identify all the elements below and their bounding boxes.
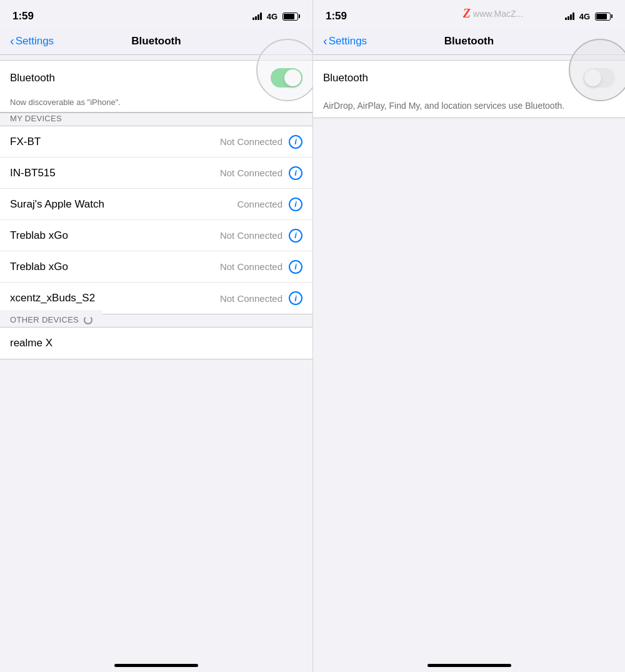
bluetooth-row-left: Bluetooth xyxy=(0,61,312,95)
device-row[interactable]: Treblab xGo Not Connected i xyxy=(0,251,312,283)
home-indicator-right xyxy=(428,664,511,667)
device-right: Connected i xyxy=(237,198,302,211)
bluetooth-toggle-right[interactable] xyxy=(583,68,615,88)
battery-left xyxy=(282,13,300,21)
status-icons-left: 4G xyxy=(252,12,300,21)
battery-body-left xyxy=(282,13,298,21)
nav-title-left: Bluetooth xyxy=(131,35,181,48)
bottom-spacer-right xyxy=(313,118,625,672)
other-devices-list: realme X xyxy=(0,327,312,359)
device-right: Not Connected i xyxy=(220,260,302,274)
info-icon[interactable]: i xyxy=(289,229,302,243)
nav-bar-left: ‹ Settings Bluetooth xyxy=(0,28,312,55)
device-row[interactable]: xcentz_xBuds_S2 Not Connected i xyxy=(0,283,312,314)
network-label-right: 4G xyxy=(579,12,590,21)
device-status: Not Connected xyxy=(220,293,282,304)
info-icon[interactable]: i xyxy=(289,198,302,211)
signal-bar-r1 xyxy=(565,18,567,20)
bluetooth-description: AirDrop, AirPlay, Find My, and location … xyxy=(313,95,625,118)
device-row[interactable]: IN-BT515 Not Connected i xyxy=(0,158,312,189)
toggle-knob-right xyxy=(584,69,601,86)
battery-body-right xyxy=(595,13,611,21)
device-status: Connected xyxy=(237,199,282,209)
bottom-spacer-left xyxy=(0,359,312,672)
back-button-left[interactable]: ‹ Settings xyxy=(10,34,54,48)
device-right: Not Connected i xyxy=(220,229,302,243)
device-status: Not Connected xyxy=(220,168,282,178)
status-bar-left: 1:59 4G xyxy=(0,0,312,28)
device-row[interactable]: FX-BT Not Connected i xyxy=(0,126,312,158)
device-name: Suraj's Apple Watch xyxy=(10,198,104,211)
battery-tip-right xyxy=(611,14,612,18)
device-row-other[interactable]: realme X xyxy=(0,328,312,359)
bluetooth-row-right: Bluetooth xyxy=(313,61,625,95)
device-name: Treblab xGo xyxy=(10,261,68,273)
status-bar-right: 1:59 Z www.MacZ... 4G xyxy=(313,0,625,28)
nav-title-right: Bluetooth xyxy=(444,35,494,48)
status-icons-right: 4G xyxy=(565,12,612,21)
bluetooth-label-right: Bluetooth xyxy=(323,72,368,84)
signal-bar-4 xyxy=(260,13,262,20)
info-icon[interactable]: i xyxy=(289,166,302,180)
back-label-left: Settings xyxy=(16,35,54,48)
bluetooth-toggle-left[interactable] xyxy=(271,68,302,88)
other-devices-label: OTHER DEVICES xyxy=(10,315,79,324)
device-status: Not Connected xyxy=(220,230,282,241)
right-panel: 1:59 Z www.MacZ... 4G ‹ Sett xyxy=(312,0,625,672)
home-indicator-left xyxy=(114,664,198,667)
bluetooth-section-right: Bluetooth AirDrop, AirPlay, Find My, and… xyxy=(313,60,625,118)
left-panel: 1:59 4G ‹ Settings Bluetooth xyxy=(0,0,312,672)
signal-bar-3 xyxy=(258,14,259,20)
device-status: Not Connected xyxy=(220,136,282,147)
back-button-right[interactable]: ‹ Settings xyxy=(323,34,367,48)
nav-bar-right: ‹ Settings Bluetooth xyxy=(313,28,625,55)
my-devices-list: FX-BT Not Connected i IN-BT515 Not Conne… xyxy=(0,126,312,314)
device-name: xcentz_xBuds_S2 xyxy=(10,292,95,304)
chevron-left-icon-right: ‹ xyxy=(323,34,328,48)
device-right: Not Connected i xyxy=(220,166,302,180)
time-right: 1:59 xyxy=(326,10,347,23)
watermark-text: www.MacZ... xyxy=(473,9,523,19)
time-left: 1:59 xyxy=(12,10,34,23)
device-row[interactable]: Treblab xGo Not Connected i xyxy=(0,220,312,251)
signal-bar-r4 xyxy=(572,13,574,20)
spacer-1 xyxy=(0,55,312,60)
info-icon[interactable]: i xyxy=(289,260,302,274)
device-name: Treblab xGo xyxy=(10,229,68,242)
battery-right xyxy=(595,13,612,21)
battery-tip-left xyxy=(299,14,300,18)
chevron-left-icon: ‹ xyxy=(10,34,14,48)
spacer-right-1 xyxy=(313,55,625,60)
signal-bars-left xyxy=(252,13,262,20)
battery-fill-left xyxy=(284,14,294,19)
watermark: Z www.MacZ... xyxy=(463,6,523,21)
bluetooth-label-left: Bluetooth xyxy=(10,72,55,84)
back-label-right: Settings xyxy=(329,35,367,48)
other-devices-header: OTHER DEVICES xyxy=(0,310,102,327)
toggle-knob-left xyxy=(284,69,301,86)
device-name-other: realme X xyxy=(10,337,52,349)
info-icon[interactable]: i xyxy=(289,135,302,149)
discoverable-text: Now discoverable as "iPhone". xyxy=(0,95,312,113)
spinner-icon xyxy=(84,316,92,324)
device-row[interactable]: Suraj's Apple Watch Connected i xyxy=(0,189,312,220)
device-name: IN-BT515 xyxy=(10,167,56,179)
signal-bar-r3 xyxy=(570,14,572,20)
watermark-z: Z xyxy=(463,6,471,21)
device-right: Not Connected i xyxy=(220,135,302,149)
signal-bar-2 xyxy=(255,16,257,20)
device-status: Not Connected xyxy=(220,261,282,272)
signal-bars-right xyxy=(565,13,574,20)
battery-fill-right xyxy=(596,14,607,19)
bluetooth-section-left: Bluetooth Now discoverable as "iPhone". xyxy=(0,60,312,113)
info-icon[interactable]: i xyxy=(289,291,302,305)
signal-bar-r2 xyxy=(568,16,569,20)
device-right: Not Connected i xyxy=(220,291,302,305)
network-label-left: 4G xyxy=(267,12,278,21)
signal-bar-1 xyxy=(252,18,254,20)
device-name: FX-BT xyxy=(10,136,41,148)
